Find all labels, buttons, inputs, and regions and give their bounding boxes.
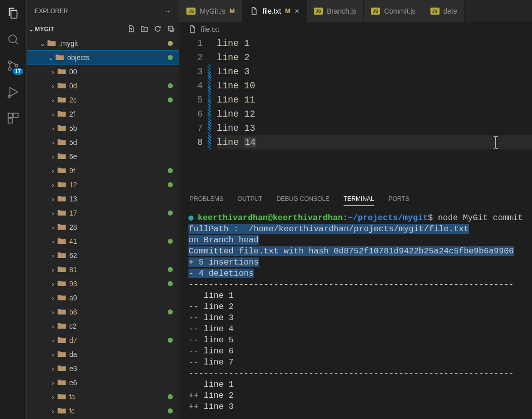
code-content[interactable]: line 1line 2line 3line 10line 11line 12l… xyxy=(211,36,532,190)
tree-item-93[interactable]: ›93 xyxy=(27,277,179,291)
terminal-user: keerthivardhan@keerthivardhan xyxy=(198,213,343,224)
tab-Commit.js[interactable]: JSCommit.js xyxy=(364,0,423,22)
tree-item-a9[interactable]: ›a9 xyxy=(27,291,179,305)
tree-item-da[interactable]: ›da xyxy=(27,347,179,361)
run-debug-icon[interactable] xyxy=(6,85,20,99)
tree-item-9f[interactable]: ›9f xyxy=(27,164,179,178)
tree-item-d7[interactable]: ›d7 xyxy=(27,333,179,347)
tree-item-41[interactable]: ›41 xyxy=(27,234,179,248)
code-line[interactable]: line 12 xyxy=(217,107,532,121)
code-line[interactable]: line 14 xyxy=(217,135,532,149)
refresh-icon[interactable] xyxy=(154,25,162,34)
collapse-all-icon[interactable] xyxy=(167,25,175,34)
source-control-icon[interactable]: 17 xyxy=(6,59,20,73)
tree-item-28[interactable]: ›28 xyxy=(27,220,179,234)
tree-item-.mygit[interactable]: ⌄.mygit xyxy=(27,36,179,50)
status-dot xyxy=(168,97,173,102)
code-line[interactable]: line 2 xyxy=(217,50,532,65)
chevron-icon: › xyxy=(49,125,57,132)
tree-item-17[interactable]: ›17 xyxy=(27,206,179,220)
folder-icon xyxy=(57,195,66,203)
new-file-icon[interactable] xyxy=(127,25,135,34)
project-root-header[interactable]: ⌄ MYGIT xyxy=(27,22,179,36)
editor-tabs: JSMyGit.jsMfile.txtM×JSBranch.jsJSCommit… xyxy=(179,0,532,22)
tree-item-objects[interactable]: ⌄objects xyxy=(27,50,179,65)
panel-tab-ports[interactable]: PORTS xyxy=(389,195,409,205)
extensions-icon[interactable] xyxy=(6,111,20,125)
tree-item-00[interactable]: ›00 xyxy=(27,65,179,79)
tree-item-label: 2f xyxy=(69,110,173,118)
tab-label: Branch.js xyxy=(327,7,356,15)
close-icon[interactable]: × xyxy=(295,7,299,15)
tree-item-label: 13 xyxy=(69,195,173,203)
text-cursor-icon xyxy=(491,135,501,153)
tree-item-2c[interactable]: ›2c xyxy=(27,93,179,107)
folder-icon xyxy=(57,336,66,344)
panel-tab-output[interactable]: OUTPUT xyxy=(237,195,262,205)
tree-item-13[interactable]: ›13 xyxy=(27,192,179,206)
svg-point-0 xyxy=(9,35,16,42)
tree-item-e3[interactable]: ›e3 xyxy=(27,361,179,376)
tree-item-5d[interactable]: ›5d xyxy=(27,135,179,149)
panel-tab-terminal[interactable]: TERMINAL xyxy=(344,195,374,206)
new-folder-icon[interactable] xyxy=(140,25,149,34)
code-editor[interactable]: 12345678 line 1line 2line 3line 10line 1… xyxy=(179,36,532,190)
explorer-sidebar: EXPLORER ··· ⌄ MYGIT ⌄.mygit⌄objects›00›… xyxy=(27,0,179,419)
tree-item-12[interactable]: ›12 xyxy=(27,178,179,192)
status-dot xyxy=(168,182,173,187)
svg-marker-5 xyxy=(10,87,17,96)
folder-icon xyxy=(57,167,66,175)
search-icon[interactable] xyxy=(6,32,20,46)
tree-item-label: 5b xyxy=(69,124,173,132)
tab-dete[interactable]: JSdete xyxy=(423,0,465,22)
tab-Branch.js[interactable]: JSBranch.js xyxy=(307,0,364,22)
tree-item-label: 41 xyxy=(69,237,168,245)
folder-icon xyxy=(57,152,66,161)
tree-item-fa[interactable]: ›fa xyxy=(27,390,179,404)
breadcrumb[interactable]: file.txt xyxy=(179,22,532,36)
svg-line-1 xyxy=(15,41,18,44)
tree-item-label: 6e xyxy=(69,152,173,161)
modified-indicator: M xyxy=(229,7,235,15)
tree-item-5b[interactable]: ›5b xyxy=(27,121,179,135)
chevron-icon: › xyxy=(49,351,57,358)
terminal-path: ~/projects/mygit xyxy=(348,213,427,224)
chevron-icon: › xyxy=(49,68,57,76)
tree-item-62[interactable]: ›62 xyxy=(27,248,179,263)
status-dot xyxy=(168,168,173,173)
tree-item-c2[interactable]: ›c2 xyxy=(27,319,179,333)
panel-tab-problems[interactable]: PROBLEMS xyxy=(189,195,223,205)
code-line[interactable]: line 11 xyxy=(217,93,532,107)
code-line[interactable]: line 1 xyxy=(217,36,532,50)
tree-item-81[interactable]: ›81 xyxy=(27,263,179,277)
tree-item-0d[interactable]: ›0d xyxy=(27,79,179,93)
tree-item-label: 28 xyxy=(69,223,173,231)
code-line[interactable]: line 13 xyxy=(217,121,532,135)
terminal-output[interactable]: keerthivardhan@keerthivardhan:~/projects… xyxy=(179,211,532,419)
tree-item-label: b8 xyxy=(69,308,168,316)
tree-item-fc[interactable]: ›fc xyxy=(27,404,179,418)
tab-file.txt[interactable]: file.txtM× xyxy=(243,0,307,22)
folder-icon xyxy=(57,68,66,76)
chevron-icon: › xyxy=(49,308,57,316)
explorer-icon[interactable] xyxy=(6,6,20,20)
code-line[interactable]: line 3 xyxy=(217,65,532,79)
tree-item-e6[interactable]: ›e6 xyxy=(27,376,179,390)
tree-item-label: e6 xyxy=(69,379,173,387)
tree-item-b8[interactable]: ›b8 xyxy=(27,305,179,319)
folder-icon xyxy=(57,407,66,415)
tree-item-2f[interactable]: ›2f xyxy=(27,107,179,121)
tree-item-label: 5d xyxy=(69,138,173,146)
breadcrumb-file: file.txt xyxy=(201,25,219,33)
code-line[interactable]: line 10 xyxy=(217,79,532,93)
tree-item-6e[interactable]: ›6e xyxy=(27,149,179,164)
panel-tab-debug-console[interactable]: DEBUG CONSOLE xyxy=(276,195,329,205)
tree-item-label: 81 xyxy=(69,266,168,274)
folder-icon xyxy=(57,322,66,330)
folder-icon xyxy=(57,364,66,373)
editor-area: JSMyGit.jsMfile.txtM×JSBranch.jsJSCommit… xyxy=(179,0,532,419)
tab-MyGit.js[interactable]: JSMyGit.jsM xyxy=(179,0,242,22)
tab-label: Commit.js xyxy=(384,7,415,15)
tree-item-label: 0d xyxy=(69,82,168,90)
more-icon[interactable]: ··· xyxy=(166,8,171,15)
